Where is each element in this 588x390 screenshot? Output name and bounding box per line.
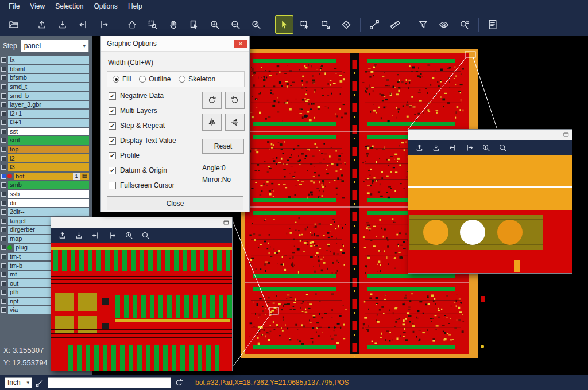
layer-row-ssb[interactable]: ssb [0, 190, 92, 199]
layer-row-top[interactable]: top [0, 145, 92, 154]
layer-visibility-checkbox[interactable] [1, 93, 6, 99]
layer-row-l3[interactable]: l3 [0, 163, 92, 172]
layer-visibility-checkbox[interactable] [1, 129, 6, 134]
layer-row-smb[interactable]: smb [0, 181, 92, 190]
layer-visibility-checkbox[interactable] [1, 209, 6, 214]
send-up-button[interactable] [33, 15, 51, 34]
ruler-button[interactable] [386, 15, 404, 34]
pointer-button[interactable] [275, 15, 293, 34]
layer-row-smd-b[interactable]: smd_b [0, 91, 92, 100]
checkbox-negative-data[interactable]: ✔Negative Data [109, 88, 176, 103]
layer-row-bfsmb[interactable]: bfsmb [0, 73, 92, 83]
layer-visibility-checkbox[interactable] [1, 201, 6, 206]
layer-visibility-checkbox[interactable] [1, 165, 6, 170]
close-button[interactable]: Close [107, 196, 243, 210]
sheet-cursor-button[interactable] [185, 15, 203, 34]
layer-visibility-checkbox[interactable] [1, 272, 6, 277]
layer-visibility-checkbox[interactable] [1, 182, 6, 188]
layer-row-l3-1[interactable]: l3+1 [0, 118, 92, 127]
zoom-in-button[interactable] [206, 15, 224, 34]
zoom-out-button[interactable] [226, 15, 245, 34]
layer-row-2dir[interactable]: 2dir-- [0, 208, 92, 217]
layer-row-l2-1[interactable]: l2+1 [0, 109, 92, 118]
menu-view[interactable]: View [25, 1, 50, 11]
flip-h-button[interactable] [202, 114, 222, 131]
layer-visibility-checkbox[interactable] [1, 111, 6, 116]
layer-visibility-checkbox[interactable] [1, 254, 6, 259]
flip-v-button[interactable] [225, 114, 245, 131]
zoom-window-left[interactable] [51, 217, 233, 371]
layer-visibility-checkbox[interactable] [1, 84, 6, 89]
layer-visibility-checkbox[interactable] [1, 138, 6, 143]
select-rect-button[interactable] [296, 15, 314, 34]
refresh-icon[interactable] [175, 379, 183, 387]
filter-button[interactable] [414, 15, 432, 34]
layer-visibility-checkbox[interactable] [1, 120, 6, 125]
layer-row-bot[interactable]: bot1▦ [0, 172, 92, 181]
send-down-button[interactable] [72, 228, 86, 242]
layer-visibility-checkbox[interactable] [1, 263, 6, 268]
step-select[interactable]: panel ▾ [21, 40, 89, 52]
left-mag-view[interactable] [51, 243, 232, 370]
zoom-in-button[interactable] [122, 228, 136, 242]
zoom-out-button[interactable] [496, 141, 509, 154]
layer-row-l2[interactable]: l2 [0, 154, 92, 163]
send-right-button[interactable] [462, 141, 476, 154]
unit-select[interactable]: Inch ▾ [5, 377, 32, 388]
radio-fill[interactable]: Fill [113, 75, 131, 83]
layer-visibility-checkbox[interactable] [1, 67, 6, 72]
layer-visibility-checkbox[interactable] [1, 156, 6, 161]
checkbox-fullscreen-cursor[interactable]: Fullscreen Cursor [109, 178, 176, 193]
home-button[interactable] [123, 15, 141, 34]
layer-row-sst[interactable]: sst [0, 127, 92, 136]
layer-visibility-checkbox[interactable] [1, 192, 6, 197]
send-left-button[interactable] [88, 228, 102, 242]
layer-row-fx[interactable]: fx [0, 56, 92, 65]
eye-button[interactable] [435, 15, 453, 34]
layer-visibility-checkbox[interactable] [1, 219, 6, 224]
layer-row-dir[interactable]: dir [0, 198, 92, 208]
dialog-title-bar[interactable]: Graphic Options × [101, 36, 249, 52]
send-down-button[interactable] [53, 15, 72, 34]
layer-row-smd-t[interactable]: smd_t [0, 83, 92, 92]
send-right-button[interactable] [105, 228, 119, 242]
layer-visibility-checkbox[interactable] [1, 57, 6, 63]
select-transform-button[interactable] [316, 15, 335, 34]
layer-visibility-checkbox[interactable] [1, 290, 6, 295]
window-title-bar[interactable] [51, 217, 232, 228]
send-right-button[interactable] [95, 15, 113, 34]
layer-visibility-checkbox[interactable] [1, 75, 6, 80]
send-left-button[interactable] [446, 141, 459, 154]
menu-help[interactable]: Help [123, 1, 148, 11]
layer-visibility-checkbox[interactable] [1, 245, 6, 250]
find-button[interactable] [455, 15, 474, 34]
graphic-options-dialog[interactable]: Graphic Options × Width (Ctrl+W) FillOut… [100, 36, 250, 212]
send-up-button[interactable] [55, 228, 69, 242]
menu-file[interactable]: File [3, 1, 25, 11]
checkbox-display-text-value[interactable]: ✔Display Text Value [109, 133, 176, 148]
layer-row-bfsmt[interactable]: bfsmt [0, 65, 92, 74]
checkbox-multi-layers[interactable]: ✔Multi Layers [109, 103, 176, 118]
layer-visibility-checkbox[interactable] [1, 236, 6, 241]
menu-options[interactable]: Options [89, 1, 123, 11]
report-button[interactable] [483, 15, 502, 34]
checkbox-step-repeat[interactable]: ✔Step & Repeat [109, 118, 176, 133]
rotate-cw-button[interactable] [202, 92, 222, 109]
layer-row-smt[interactable]: smt [0, 136, 92, 145]
rotate-ccw-button[interactable] [225, 92, 245, 109]
layer-visibility-checkbox[interactable] [1, 147, 6, 152]
window-icon[interactable] [223, 219, 230, 226]
layer-visibility-checkbox[interactable] [1, 102, 6, 107]
radio-outline[interactable]: Outline [139, 75, 171, 83]
layer-visibility-checkbox[interactable] [1, 174, 6, 179]
send-down-button[interactable] [429, 141, 443, 154]
send-up-button[interactable] [412, 141, 426, 154]
reset-button[interactable]: Reset [202, 139, 244, 154]
window-icon[interactable] [563, 131, 570, 138]
layer-visibility-checkbox[interactable] [1, 307, 6, 313]
menu-selection[interactable]: Selection [50, 1, 88, 11]
window-title-bar[interactable] [408, 130, 572, 140]
layer-visibility-checkbox[interactable] [1, 299, 6, 304]
zoom-prev-button[interactable] [247, 15, 265, 34]
zoom-select-button[interactable] [144, 15, 162, 34]
